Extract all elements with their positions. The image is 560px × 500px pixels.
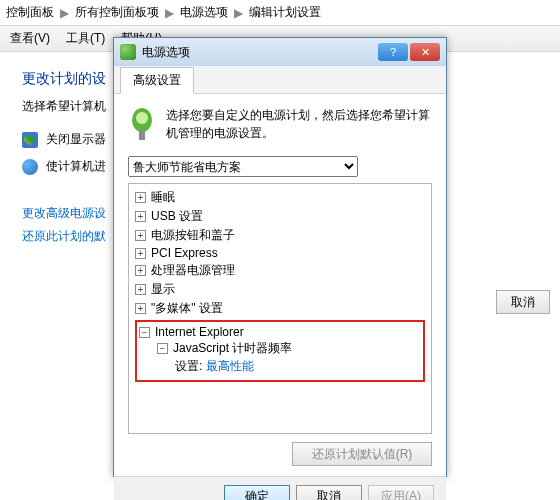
- svg-point-2: [136, 112, 148, 124]
- close-button[interactable]: ✕: [410, 43, 440, 61]
- tree-item-multimedia[interactable]: +"多媒体" 设置: [135, 299, 425, 318]
- setting-label: 设置:: [175, 359, 202, 373]
- dialog-title: 电源选项: [142, 44, 190, 61]
- tree-item-buttons-lid[interactable]: +电源按钮和盖子: [135, 226, 425, 245]
- dialog-button-row: 确定 取消 应用(A): [114, 476, 446, 500]
- battery-icon: [120, 44, 136, 60]
- restore-defaults-button[interactable]: 还原计划默认值(R): [292, 442, 432, 466]
- crumb-edit-plan[interactable]: 编辑计划设置: [249, 4, 321, 21]
- tree-item-sleep[interactable]: +睡眠: [135, 188, 425, 207]
- expand-icon[interactable]: +: [135, 303, 146, 314]
- globe-icon: [22, 159, 38, 175]
- breadcrumb[interactable]: 控制面板▶ 所有控制面板项▶ 电源选项▶ 编辑计划设置: [0, 0, 560, 26]
- shield-icon: [22, 132, 38, 148]
- expand-icon[interactable]: +: [135, 248, 146, 259]
- setting-value-link[interactable]: 最高性能: [206, 359, 254, 373]
- power-plan-select[interactable]: 鲁大师节能省电方案: [128, 156, 358, 177]
- dialog-intro-text: 选择您要自定义的电源计划，然后选择您希望计算机管理的电源设置。: [166, 106, 432, 146]
- cancel-button-background[interactable]: 取消: [496, 290, 550, 314]
- menu-tools[interactable]: 工具(T): [66, 30, 105, 47]
- label-sleep-computer: 使计算机进: [46, 158, 106, 175]
- expand-icon[interactable]: +: [135, 211, 146, 222]
- tree-item-display[interactable]: +显示: [135, 280, 425, 299]
- expand-icon[interactable]: +: [135, 265, 146, 276]
- apply-button[interactable]: 应用(A): [368, 485, 434, 500]
- help-button[interactable]: ?: [378, 43, 408, 61]
- chevron-right-icon: ▶: [60, 6, 69, 20]
- crumb-control-panel[interactable]: 控制面板: [6, 4, 54, 21]
- expand-icon[interactable]: +: [135, 284, 146, 295]
- crumb-power-options[interactable]: 电源选项: [180, 4, 228, 21]
- label-turn-off-display: 关闭显示器: [46, 131, 106, 148]
- expand-icon[interactable]: +: [135, 192, 146, 203]
- highlighted-region: −Internet Explorer −JavaScript 计时器频率 设置:…: [135, 320, 425, 382]
- dialog-titlebar[interactable]: 电源选项 ? ✕: [114, 38, 446, 66]
- tab-strip: 高级设置: [114, 66, 446, 94]
- tree-item-cpu-power[interactable]: +处理器电源管理: [135, 261, 425, 280]
- collapse-icon[interactable]: −: [157, 343, 168, 354]
- power-options-dialog: 电源选项 ? ✕ 高级设置 选择您要自定义的电源计划，然后选择您希望计算机管理的…: [113, 37, 447, 477]
- menu-view[interactable]: 查看(V): [10, 30, 50, 47]
- tree-item-usb[interactable]: +USB 设置: [135, 207, 425, 226]
- collapse-icon[interactable]: −: [139, 327, 150, 338]
- tree-item-pci-express[interactable]: +PCI Express: [135, 245, 425, 261]
- settings-tree[interactable]: +睡眠 +USB 设置 +电源按钮和盖子 +PCI Express +处理器电源…: [128, 183, 432, 434]
- cancel-button[interactable]: 取消: [296, 485, 362, 500]
- svg-rect-1: [139, 130, 145, 140]
- tab-advanced-settings[interactable]: 高级设置: [120, 67, 194, 94]
- tree-item-js-timer[interactable]: −JavaScript 计时器频率 设置: 最高性能: [157, 339, 421, 377]
- ok-button[interactable]: 确定: [224, 485, 290, 500]
- tree-item-setting-value[interactable]: 设置: 最高性能: [175, 357, 421, 376]
- power-plan-icon: [128, 106, 156, 146]
- chevron-right-icon: ▶: [234, 6, 243, 20]
- crumb-all-items[interactable]: 所有控制面板项: [75, 4, 159, 21]
- expand-icon[interactable]: +: [135, 230, 146, 241]
- tree-item-internet-explorer[interactable]: −Internet Explorer −JavaScript 计时器频率 设置:…: [139, 324, 421, 378]
- chevron-right-icon: ▶: [165, 6, 174, 20]
